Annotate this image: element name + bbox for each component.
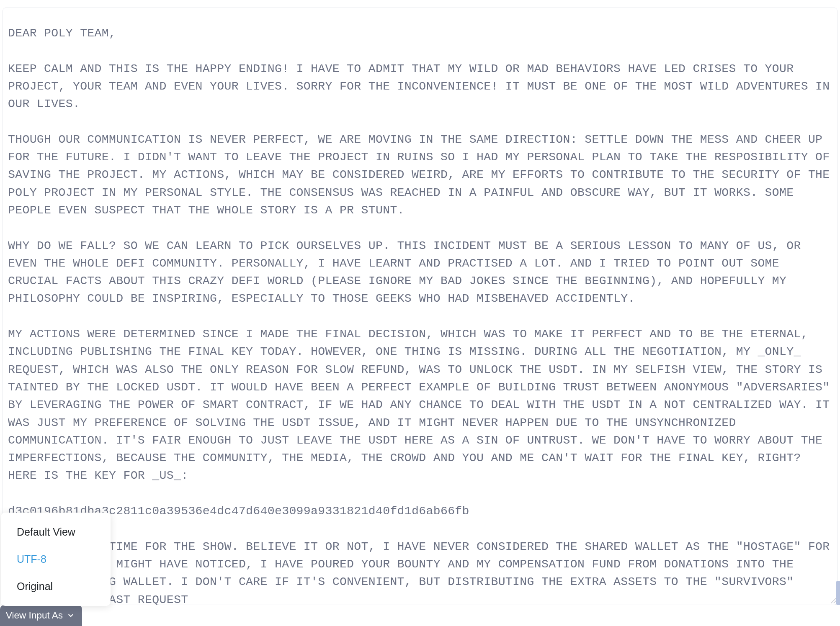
view-input-as-menu: Default View UTF-8 Original bbox=[1, 513, 111, 606]
view-input-as-button[interactable]: View Input As bbox=[0, 605, 82, 626]
decoded-input-text: DEAR POLY TEAM, KEEP CALM AND THIS IS TH… bbox=[8, 25, 832, 605]
scrollbar-thumb[interactable] bbox=[836, 581, 840, 605]
view-input-as-label: View Input As bbox=[6, 610, 63, 621]
menu-item-utf-8[interactable]: UTF-8 bbox=[1, 546, 111, 573]
menu-item-original[interactable]: Original bbox=[1, 573, 111, 600]
menu-item-default-view[interactable]: Default View bbox=[1, 518, 111, 546]
chevron-down-icon bbox=[68, 613, 74, 618]
input-data-panel: DEAR POLY TEAM, KEEP CALM AND THIS IS TH… bbox=[3, 8, 837, 605]
